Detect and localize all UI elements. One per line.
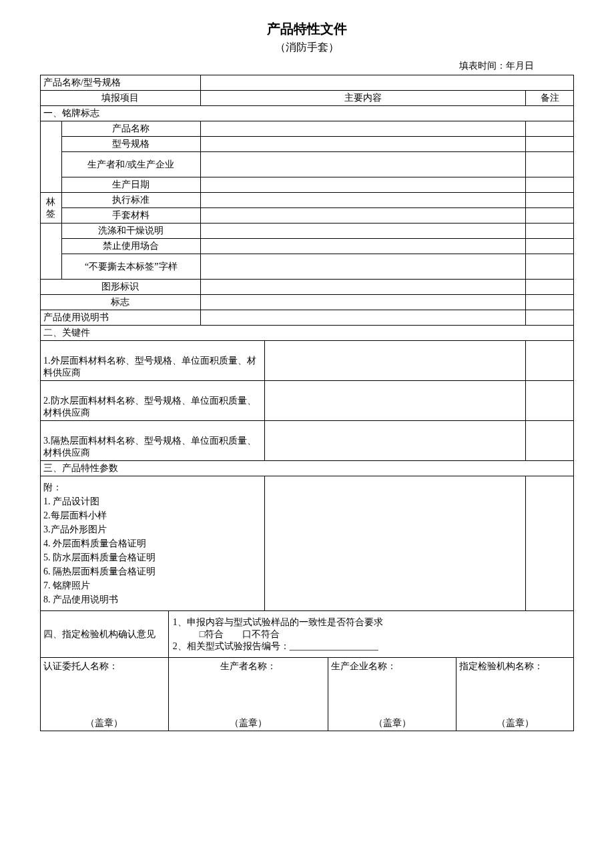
value-producer[interactable] [200, 152, 525, 177]
label-key3: 3.隔热层面料材料名称、型号规格、单位面积质量、材料供应商 [41, 421, 265, 461]
label-wash: 洗涤和干燥说明 [61, 224, 200, 239]
label-mark: 标志 [41, 295, 201, 310]
value-prohibit[interactable] [200, 239, 525, 254]
label-prod-name: 产品名称 [61, 121, 200, 137]
attach5: 5. 防水层面料质量合格证明 [43, 550, 262, 564]
label-prohibit: 禁止使用场合 [61, 239, 200, 254]
row-model: 型号规格 [41, 137, 574, 152]
value-prod-date[interactable] [200, 177, 525, 193]
section-2-title: 二、关键件 [41, 326, 574, 341]
row-prod-date: 生产日期 [41, 177, 574, 193]
section-4-content: 1、申报内容与型式试验样品的一致性是否符合要求 □符合 口不符合 2、相关型式试… [168, 611, 573, 658]
attach2: 2.每层面料小样 [43, 508, 262, 522]
remark-graphic[interactable] [526, 280, 574, 295]
remark-key3[interactable] [526, 421, 574, 461]
remark-prod-name[interactable] [526, 121, 574, 137]
date-label: 填表时间：年月日 [40, 60, 574, 72]
row-wash: 洗涤和干燥说明 [41, 224, 574, 239]
row-producer: 生产者和/或生产企业 [41, 152, 574, 177]
value-graphic[interactable] [200, 280, 525, 295]
value-attachments[interactable] [264, 476, 525, 611]
blank-sidebar-1 [41, 121, 62, 193]
remark-producer[interactable] [526, 152, 574, 177]
attach7: 7. 铭牌照片 [43, 578, 262, 592]
remark-attachments[interactable] [526, 476, 574, 611]
section-3: 三、产品特性参数 [41, 461, 574, 476]
sec4-checkboxes: □符合 口不符合 [173, 628, 569, 640]
sig4-seal: （盖章） [456, 717, 573, 729]
main-table: 产品名称/型号规格 填报项目 主要内容 备注 一、铭牌标志 产品名称 型号规格 … [40, 75, 574, 731]
row-prod-name: 产品名称 [41, 121, 574, 137]
sec4-line1: 1、申报内容与型式试验样品的一致性是否符合要求 [173, 616, 569, 628]
remark-manual[interactable] [526, 310, 574, 326]
value-key2[interactable] [264, 381, 525, 421]
sig2-seal: （盖章） [169, 717, 328, 729]
row-key3: 3.隔热层面料材料名称、型号规格、单位面积质量、材料供应商 [41, 421, 574, 461]
attach4: 4. 外层面料质量合格证明 [43, 536, 262, 550]
label-model: 型号规格 [61, 137, 200, 152]
sig3-label: 生产企业名称： [331, 661, 453, 673]
value-key1[interactable] [264, 341, 525, 381]
remark-model[interactable] [526, 137, 574, 152]
label-material: 手套材料 [61, 208, 200, 224]
col-header-content: 主要内容 [200, 91, 525, 106]
remark-wash[interactable] [526, 224, 574, 239]
sig3-seal: （盖章） [328, 717, 456, 729]
section-1: 一、铭牌标志 [41, 106, 574, 121]
row-no-tear: “不要撕去本标签”字样 [41, 254, 574, 280]
blank-sidebar-2 [41, 224, 62, 280]
label-prod-date: 生产日期 [61, 177, 200, 193]
section-4: 四、指定检验机构确认意见 1、申报内容与型式试验样品的一致性是否符合要求 □符合… [41, 611, 574, 658]
attach-header: 附： [43, 480, 262, 494]
col-header-remark: 备注 [526, 91, 574, 106]
value-model[interactable] [200, 137, 525, 152]
remark-prohibit[interactable] [526, 239, 574, 254]
value-material[interactable] [200, 208, 525, 224]
label-producer: 生产者和/或生产企业 [61, 152, 200, 177]
remark-key2[interactable] [526, 381, 574, 421]
checkbox-not-conform[interactable]: 口不符合 [242, 629, 280, 639]
remark-standard[interactable] [526, 193, 574, 208]
label-graphic: 图形标识 [41, 280, 201, 295]
value-mark[interactable] [200, 295, 525, 310]
value-key3[interactable] [264, 421, 525, 461]
sidebar-linqian: 林签 [41, 193, 62, 224]
row-standard: 林签 执行标准 [41, 193, 574, 208]
row-product-name-model: 产品名称/型号规格 [41, 75, 574, 91]
remark-key1[interactable] [526, 341, 574, 381]
sig1-seal: （盖章） [41, 717, 168, 729]
section-4-title: 四、指定检验机构确认意见 [41, 611, 169, 658]
attach6: 6. 隔热层面料质量合格证明 [43, 564, 262, 578]
remark-mark[interactable] [526, 295, 574, 310]
value-no-tear[interactable] [200, 254, 525, 280]
row-prohibit: 禁止使用场合 [41, 239, 574, 254]
attach8: 8. 产品使用说明书 [43, 592, 262, 606]
value-prod-name[interactable] [200, 121, 525, 137]
sig-cell-3: 生产企业名称： （盖章） [328, 658, 456, 731]
remark-material[interactable] [526, 208, 574, 224]
section-3-title: 三、产品特性参数 [41, 461, 574, 476]
row-material: 手套材料 [41, 208, 574, 224]
attach1: 1. 产品设计图 [43, 494, 262, 508]
col-header-item: 填报项目 [41, 91, 201, 106]
value-wash[interactable] [200, 224, 525, 239]
sig-cell-2: 生产者名称： （盖章） [168, 658, 328, 731]
row-attachments: 附： 1. 产品设计图 2.每层面料小样 3.产品外形图片 4. 外层面料质量合… [41, 476, 574, 611]
label-key1: 1.外层面料材料名称、型号规格、单位面积质量、材料供应商 [41, 341, 265, 381]
label-standard: 执行标准 [61, 193, 200, 208]
value-standard[interactable] [200, 193, 525, 208]
remark-prod-date[interactable] [526, 177, 574, 193]
value-manual[interactable] [200, 310, 525, 326]
checkbox-conform[interactable]: □符合 [200, 629, 224, 639]
row-key1: 1.外层面料材料名称、型号规格、单位面积质量、材料供应商 [41, 341, 574, 381]
row-graphic: 图形标识 [41, 280, 574, 295]
row-header: 填报项目 主要内容 备注 [41, 91, 574, 106]
sig2-label: 生产者名称： [172, 661, 326, 673]
section-2: 二、关键件 [41, 326, 574, 341]
row-manual: 产品使用说明书 [41, 310, 574, 326]
label-no-tear: “不要撕去本标签”字样 [61, 254, 200, 280]
remark-no-tear[interactable] [526, 254, 574, 280]
row-key2: 2.防水层面料材料名称、型号规格、单位面积质量、材料供应商 [41, 381, 574, 421]
document-subtitle: （消防手套） [40, 41, 574, 55]
value-product-model[interactable] [200, 75, 573, 91]
